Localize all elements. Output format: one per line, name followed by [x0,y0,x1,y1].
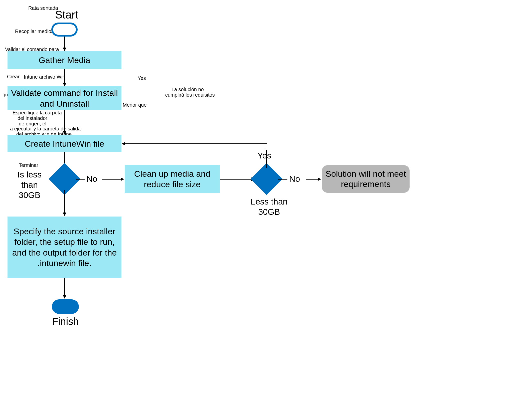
decision-30gb-label: Is less than 30GB [10,169,50,200]
svg-marker-3 [63,83,66,86]
edge-start-gather [62,37,67,52]
annot-especifique4: a ejecutar y la carpeta de salida [10,126,81,132]
annot-especifique2: del instalador [18,115,47,121]
annot-menor-que: Menor que [123,102,147,108]
annot-intune-archivo: Intune archivo Win [24,74,65,80]
finish-label: Finish [52,316,79,327]
specify-box: Specify the source installer folder, the… [8,217,121,278]
annot-yes-small: Yes [138,75,146,81]
solution-fail-box: Solution will not meet requirements [322,165,410,193]
gather-media-box: Gather Media [8,51,121,69]
svg-marker-20 [63,213,66,216]
svg-marker-10 [121,177,124,181]
create-intunewin-box: Create IntuneWin file [8,135,121,152]
validate-box: Validate command for Install and Uninsta… [8,86,121,110]
annot-solucion1: La solución no [171,86,204,92]
annot-rata: Rata sentada [28,5,58,11]
annot-crear: Crear [7,74,20,80]
edge-specify-finish [62,278,67,299]
svg-marker-5 [63,131,66,135]
edge-decisionB-fail [278,177,322,182]
edge-decisionB-create [118,141,270,171]
svg-marker-15 [122,142,125,145]
annot-solucion2: cumplirá los requisitos [165,92,215,98]
svg-marker-22 [63,295,66,299]
edge-decision-cleanup [76,177,125,182]
start-node [51,23,78,37]
svg-marker-18 [318,177,321,181]
annot-especifique1: Especifique la carpeta [13,110,62,116]
finish-node [52,299,79,314]
edge-decisionA-specify [62,190,67,217]
decision-30gb-b-label: Less than 30GB [247,196,292,217]
annot-recopilar: Recopilar medios [15,28,54,34]
edge-cleanup-decisionB [220,177,255,182]
flowchart-canvas: Rata sentada Recopilar medios Validar el… [0,0,532,398]
edge-gather-validate [62,69,67,87]
start-label: Start [55,9,78,21]
edge-validate-create [62,110,67,135]
annot-terminar: Terminar [19,162,38,168]
svg-marker-1 [63,48,66,51]
